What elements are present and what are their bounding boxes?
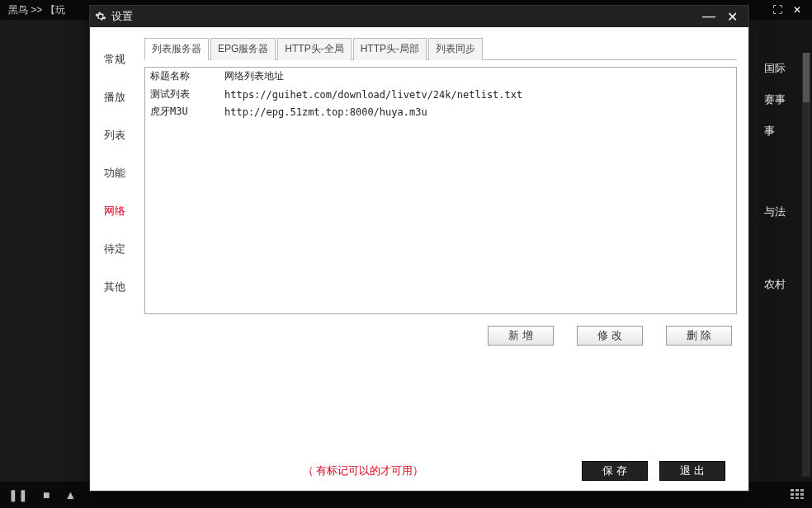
add-button[interactable]: 新增 <box>488 326 554 346</box>
footer-note: （ 有标记可以的才可用） <box>156 463 570 478</box>
action-button-row: 新增 修改 删除 <box>144 314 737 346</box>
save-button[interactable]: 保存 <box>582 461 648 481</box>
bg-right-sidebar: 国际 赛事 事 与法 农村 <box>759 20 812 482</box>
nav-item-general[interactable]: 常规 <box>90 45 139 83</box>
bg-close-icon[interactable]: ✕ <box>787 2 807 18</box>
grid-view-icon[interactable] <box>791 488 804 501</box>
row-url: http://epg.51zmt.top:8000/huya.m3u <box>220 103 736 120</box>
close-icon[interactable]: ✕ <box>720 7 744 26</box>
nav-item-pending[interactable]: 待定 <box>90 235 139 273</box>
settings-tabs: 列表服务器 EPG服务器 HTTP头-全局 HTTP头-局部 列表同步 <box>144 37 737 60</box>
tab-http-global[interactable]: HTTP头-全局 <box>277 38 351 60</box>
server-list-table[interactable]: 标题名称 网络列表地址 测试列表 https://guihet.com/down… <box>144 67 737 314</box>
pause-icon[interactable]: ❚❚ <box>8 488 28 501</box>
bg-fullscreen-icon[interactable]: ⛶ <box>767 2 787 18</box>
dialog-footer: （ 有标记可以的才可用） 保存 退出 <box>144 456 737 486</box>
row-name: 虎牙M3U <box>145 103 220 120</box>
settings-dialog: 设置 — ✕ 常规 播放 列表 功能 网络 待定 其他 列表服务器 EPG服务器… <box>89 5 749 492</box>
row-url: https://guihet.com/download/livetv/24k/n… <box>220 86 736 104</box>
bg-sidebar-scrollbar[interactable] <box>802 53 810 477</box>
exit-button[interactable]: 退出 <box>659 461 725 481</box>
svg-rect-3 <box>791 493 794 496</box>
minimize-icon[interactable]: — <box>697 7 720 26</box>
svg-rect-1 <box>795 489 799 492</box>
svg-rect-0 <box>791 489 794 492</box>
row-name: 测试列表 <box>145 86 220 104</box>
edit-button[interactable]: 修改 <box>577 326 643 346</box>
svg-rect-8 <box>800 497 804 499</box>
column-header-title[interactable]: 标题名称 <box>145 68 220 86</box>
settings-left-nav: 常规 播放 列表 功能 网络 待定 其他 <box>90 27 139 491</box>
dialog-titlebar: 设置 — ✕ <box>90 6 748 27</box>
dialog-title: 设置 <box>111 9 133 24</box>
svg-rect-2 <box>800 489 804 492</box>
svg-rect-7 <box>795 497 799 499</box>
delete-button[interactable]: 删除 <box>666 326 732 346</box>
stop-icon[interactable]: ■ <box>43 488 50 501</box>
nav-item-function[interactable]: 功能 <box>90 159 139 197</box>
table-row[interactable]: 虎牙M3U http://epg.51zmt.top:8000/huya.m3u <box>145 103 736 120</box>
settings-main: 列表服务器 EPG服务器 HTTP头-全局 HTTP头-局部 列表同步 标题名称… <box>139 27 748 491</box>
tab-list-sync[interactable]: 列表同步 <box>428 38 483 60</box>
bg-app-title: 黑鸟 >> 【玩 <box>8 3 65 17</box>
eject-icon[interactable]: ▲ <box>64 488 76 501</box>
svg-rect-4 <box>795 493 799 496</box>
svg-rect-6 <box>791 497 794 499</box>
svg-rect-5 <box>800 493 804 496</box>
nav-item-other[interactable]: 其他 <box>90 273 139 311</box>
nav-item-network[interactable]: 网络 <box>90 197 139 235</box>
gear-icon <box>95 11 106 22</box>
tab-list-server[interactable]: 列表服务器 <box>144 38 209 60</box>
column-header-url[interactable]: 网络列表地址 <box>220 68 736 86</box>
nav-item-list[interactable]: 列表 <box>90 121 139 159</box>
table-row[interactable]: 测试列表 https://guihet.com/download/livetv/… <box>145 86 736 104</box>
nav-item-playback[interactable]: 播放 <box>90 83 139 121</box>
tab-epg-server[interactable]: EPG服务器 <box>210 38 276 60</box>
tab-http-local[interactable]: HTTP头-局部 <box>353 38 427 60</box>
